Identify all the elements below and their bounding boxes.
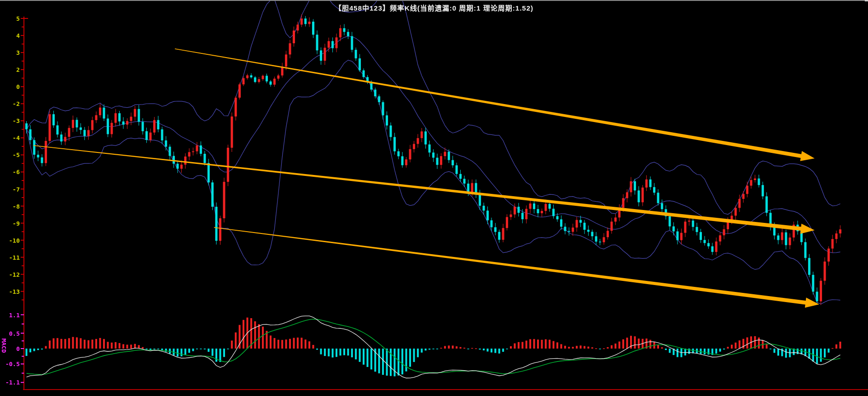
main-axis-label: 2 xyxy=(16,66,20,73)
chart-application-window: 【胆458中123】频率K线(当前遗漏:0 周期:1 理论周期:1.52) MA… xyxy=(0,0,868,396)
main-axis-label: -12 xyxy=(9,271,20,278)
window-top-border-end xyxy=(865,0,868,1)
main-axis-label: -7 xyxy=(12,186,20,192)
main-axis-label: 0 xyxy=(16,83,20,90)
main-axis-label: -5 xyxy=(12,151,20,158)
main-axis-label: -4 xyxy=(12,134,20,141)
main-axis-label: -13 xyxy=(9,288,20,295)
main-axis-label: 5 xyxy=(16,15,20,22)
macd-axis-label: 0 xyxy=(16,345,20,352)
chart-title: 【胆458中123】频率K线(当前遗漏:0 周期:1 理论周期:1.52) xyxy=(0,3,868,12)
main-axis-label: -6 xyxy=(12,169,20,175)
macd-axis-label: -0.5 xyxy=(6,361,20,367)
macd-panel-label: MACD xyxy=(0,338,7,353)
macd-axis-label: 1.1 xyxy=(9,311,20,318)
main-axis-label: -10 xyxy=(9,237,20,244)
main-axis-label: 3 xyxy=(16,49,20,56)
macd-axis-label: -1.1 xyxy=(6,379,20,386)
main-axis-label: -9 xyxy=(12,220,20,227)
main-axis-label: -8 xyxy=(12,203,20,210)
main-axis-label: -3 xyxy=(12,117,20,124)
kline-chart-canvas[interactable] xyxy=(0,0,868,396)
main-axis-label: 4 xyxy=(16,32,20,39)
macd-axis-label: 0.5 xyxy=(9,330,20,337)
window-top-border xyxy=(0,0,868,1)
main-axis-label: -11 xyxy=(9,254,20,261)
main-axis-label: -2 xyxy=(12,100,20,107)
